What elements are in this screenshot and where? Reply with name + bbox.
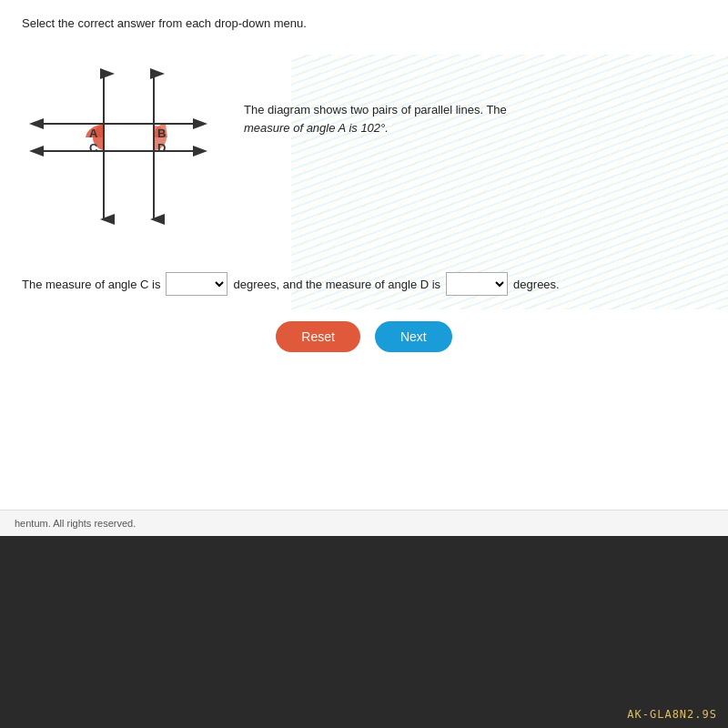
- diagram-svg: A B C D: [22, 46, 222, 247]
- svg-text:C: C: [89, 141, 98, 155]
- svg-text:B: B: [157, 126, 166, 140]
- reset-button[interactable]: Reset: [276, 321, 360, 352]
- instruction-text: Select the correct answer from each drop…: [22, 16, 706, 30]
- next-button[interactable]: Next: [375, 321, 452, 352]
- dark-bar-label: AK-GLA8N2.9S: [627, 708, 717, 721]
- angle-d-dropdown[interactable]: 78 102: [446, 272, 508, 296]
- svg-text:D: D: [157, 141, 166, 155]
- footer-bar: hentum. All rights reserved.: [0, 510, 728, 536]
- main-content: Select the correct answer from each drop…: [0, 0, 728, 510]
- diagram-area: A B C D The diagram shows two pairs of p…: [22, 46, 706, 247]
- answer-prefix: The measure of angle C is: [22, 278, 160, 291]
- answer-middle: degrees, and the measure of angle D is: [233, 278, 440, 291]
- buttons-row: Reset Next: [22, 321, 706, 352]
- description-prefix: The diagram shows two pairs of parallel …: [244, 103, 507, 116]
- svg-text:A: A: [89, 126, 98, 140]
- footer-copyright: hentum. All rights reserved.: [15, 518, 136, 529]
- description-italic: measure of angle A is 102°.: [244, 121, 389, 135]
- answer-row: The measure of angle C is 78 102 degrees…: [22, 272, 706, 296]
- angle-c-dropdown[interactable]: 78 102: [166, 272, 228, 296]
- answer-suffix: degrees.: [513, 278, 560, 291]
- diagram-description: The diagram shows two pairs of parallel …: [244, 101, 553, 136]
- dark-bar: AK-GLA8N2.9S: [0, 536, 728, 728]
